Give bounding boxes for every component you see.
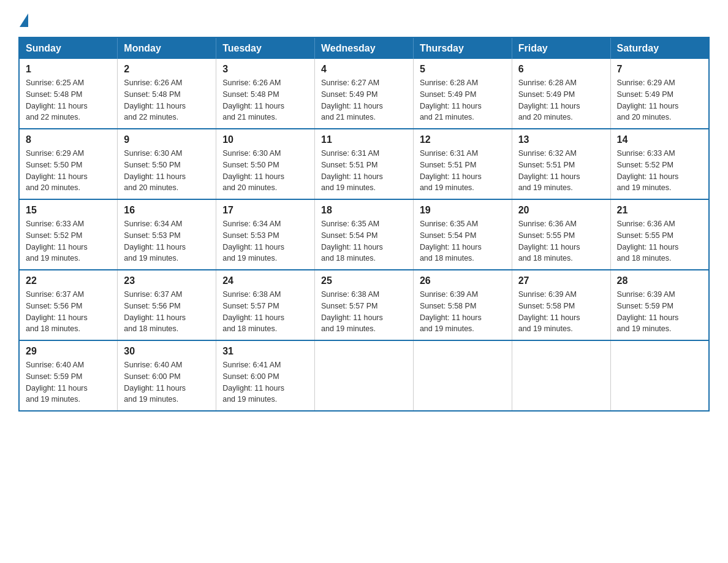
day-number: 13 [518,134,604,145]
page-header [18,12,710,26]
calendar-cell: 13 Sunrise: 6:32 AMSunset: 5:51 PMDaylig… [512,129,610,199]
day-number: 14 [617,134,702,145]
weekday-header-wednesday: Wednesday [315,37,414,59]
day-info: Sunrise: 6:30 AMSunset: 5:50 PMDaylight:… [124,149,186,192]
day-info: Sunrise: 6:32 AMSunset: 5:51 PMDaylight:… [518,149,580,192]
day-info: Sunrise: 6:26 AMSunset: 5:48 PMDaylight:… [124,79,186,121]
day-number: 28 [617,275,702,286]
calendar-cell: 6 Sunrise: 6:28 AMSunset: 5:49 PMDayligh… [512,59,610,129]
calendar-cell: 29 Sunrise: 6:40 AMSunset: 5:59 PMDaylig… [19,340,118,411]
day-number: 7 [617,64,702,75]
calendar-cell: 16 Sunrise: 6:34 AMSunset: 5:53 PMDaylig… [118,199,216,270]
day-info: Sunrise: 6:40 AMSunset: 6:00 PMDaylight:… [124,361,186,404]
calendar-cell: 12 Sunrise: 6:31 AMSunset: 5:51 PMDaylig… [413,129,512,199]
day-number: 24 [222,275,308,286]
calendar-cell: 28 Sunrise: 6:39 AMSunset: 5:59 PMDaylig… [610,270,709,340]
day-number: 15 [26,205,111,216]
weekday-header-tuesday: Tuesday [216,37,315,59]
calendar-cell: 14 Sunrise: 6:33 AMSunset: 5:52 PMDaylig… [610,129,709,199]
day-info: Sunrise: 6:36 AMSunset: 5:55 PMDaylight:… [518,220,580,262]
calendar-cell: 17 Sunrise: 6:34 AMSunset: 5:53 PMDaylig… [216,199,315,270]
day-info: Sunrise: 6:36 AMSunset: 5:55 PMDaylight:… [617,220,679,262]
logo-triangle-icon [20,13,28,27]
day-info: Sunrise: 6:39 AMSunset: 5:59 PMDaylight:… [617,290,679,333]
calendar-cell: 1 Sunrise: 6:25 AMSunset: 5:48 PMDayligh… [19,59,118,129]
day-number: 12 [420,134,506,145]
weekday-header-friday: Friday [512,37,610,59]
calendar-week-row: 22 Sunrise: 6:37 AMSunset: 5:56 PMDaylig… [19,270,709,340]
calendar-cell: 25 Sunrise: 6:38 AMSunset: 5:57 PMDaylig… [315,270,414,340]
day-number: 21 [617,205,702,216]
logo [18,12,28,26]
day-info: Sunrise: 6:28 AMSunset: 5:49 PMDaylight:… [420,79,482,121]
day-number: 3 [222,64,308,75]
day-info: Sunrise: 6:40 AMSunset: 5:59 PMDaylight:… [26,361,88,404]
day-info: Sunrise: 6:31 AMSunset: 5:51 PMDaylight:… [321,149,383,192]
calendar-week-row: 1 Sunrise: 6:25 AMSunset: 5:48 PMDayligh… [19,59,709,129]
day-info: Sunrise: 6:37 AMSunset: 5:56 PMDaylight:… [26,290,88,333]
calendar-cell [610,340,709,411]
calendar-cell: 11 Sunrise: 6:31 AMSunset: 5:51 PMDaylig… [315,129,414,199]
calendar-cell: 21 Sunrise: 6:36 AMSunset: 5:55 PMDaylig… [610,199,709,270]
day-info: Sunrise: 6:38 AMSunset: 5:57 PMDaylight:… [222,290,284,333]
calendar-cell: 5 Sunrise: 6:28 AMSunset: 5:49 PMDayligh… [413,59,512,129]
day-number: 9 [124,134,210,145]
day-info: Sunrise: 6:29 AMSunset: 5:49 PMDaylight:… [617,79,679,121]
day-number: 8 [26,134,111,145]
calendar-cell [315,340,414,411]
calendar-cell: 8 Sunrise: 6:29 AMSunset: 5:50 PMDayligh… [19,129,118,199]
day-number: 20 [518,205,604,216]
day-number: 17 [222,205,308,216]
day-info: Sunrise: 6:34 AMSunset: 5:53 PMDaylight:… [124,220,186,262]
day-number: 23 [124,275,210,286]
day-number: 29 [26,346,111,357]
day-number: 5 [420,64,506,75]
calendar-week-row: 15 Sunrise: 6:33 AMSunset: 5:52 PMDaylig… [19,199,709,270]
calendar-cell: 9 Sunrise: 6:30 AMSunset: 5:50 PMDayligh… [118,129,216,199]
calendar-week-row: 29 Sunrise: 6:40 AMSunset: 5:59 PMDaylig… [19,340,709,411]
day-info: Sunrise: 6:29 AMSunset: 5:50 PMDaylight:… [26,149,88,192]
day-info: Sunrise: 6:39 AMSunset: 5:58 PMDaylight:… [518,290,580,333]
calendar-cell: 31 Sunrise: 6:41 AMSunset: 6:00 PMDaylig… [216,340,315,411]
day-info: Sunrise: 6:38 AMSunset: 5:57 PMDaylight:… [321,290,383,333]
day-info: Sunrise: 6:37 AMSunset: 5:56 PMDaylight:… [124,290,186,333]
day-info: Sunrise: 6:26 AMSunset: 5:48 PMDaylight:… [222,79,284,121]
day-info: Sunrise: 6:33 AMSunset: 5:52 PMDaylight:… [617,149,679,192]
calendar-cell: 3 Sunrise: 6:26 AMSunset: 5:48 PMDayligh… [216,59,315,129]
day-info: Sunrise: 6:31 AMSunset: 5:51 PMDaylight:… [420,149,482,192]
day-info: Sunrise: 6:28 AMSunset: 5:49 PMDaylight:… [518,79,580,121]
day-info: Sunrise: 6:25 AMSunset: 5:48 PMDaylight:… [26,79,88,121]
weekday-header-monday: Monday [118,37,216,59]
calendar-cell: 20 Sunrise: 6:36 AMSunset: 5:55 PMDaylig… [512,199,610,270]
calendar-week-row: 8 Sunrise: 6:29 AMSunset: 5:50 PMDayligh… [19,129,709,199]
calendar-cell: 23 Sunrise: 6:37 AMSunset: 5:56 PMDaylig… [118,270,216,340]
day-info: Sunrise: 6:39 AMSunset: 5:58 PMDaylight:… [420,290,482,333]
calendar-cell: 26 Sunrise: 6:39 AMSunset: 5:58 PMDaylig… [413,270,512,340]
calendar-cell: 18 Sunrise: 6:35 AMSunset: 5:54 PMDaylig… [315,199,414,270]
day-number: 19 [420,205,506,216]
day-number: 6 [518,64,604,75]
calendar-cell: 7 Sunrise: 6:29 AMSunset: 5:49 PMDayligh… [610,59,709,129]
calendar-cell: 10 Sunrise: 6:30 AMSunset: 5:50 PMDaylig… [216,129,315,199]
day-number: 22 [26,275,111,286]
weekday-header-sunday: Sunday [19,37,118,59]
calendar-cell: 19 Sunrise: 6:35 AMSunset: 5:54 PMDaylig… [413,199,512,270]
calendar-cell [413,340,512,411]
calendar-cell [512,340,610,411]
weekday-header-saturday: Saturday [610,37,709,59]
calendar-cell: 2 Sunrise: 6:26 AMSunset: 5:48 PMDayligh… [118,59,216,129]
calendar-table: SundayMondayTuesdayWednesdayThursdayFrid… [18,37,710,412]
day-number: 27 [518,275,604,286]
day-info: Sunrise: 6:30 AMSunset: 5:50 PMDaylight:… [222,149,284,192]
day-number: 10 [222,134,308,145]
day-number: 4 [321,64,407,75]
day-number: 18 [321,205,407,216]
day-number: 1 [26,64,111,75]
calendar-cell: 22 Sunrise: 6:37 AMSunset: 5:56 PMDaylig… [19,270,118,340]
day-number: 30 [124,346,210,357]
day-info: Sunrise: 6:33 AMSunset: 5:52 PMDaylight:… [26,220,88,262]
calendar-cell: 27 Sunrise: 6:39 AMSunset: 5:58 PMDaylig… [512,270,610,340]
day-number: 25 [321,275,407,286]
weekday-header-thursday: Thursday [413,37,512,59]
calendar-cell: 24 Sunrise: 6:38 AMSunset: 5:57 PMDaylig… [216,270,315,340]
